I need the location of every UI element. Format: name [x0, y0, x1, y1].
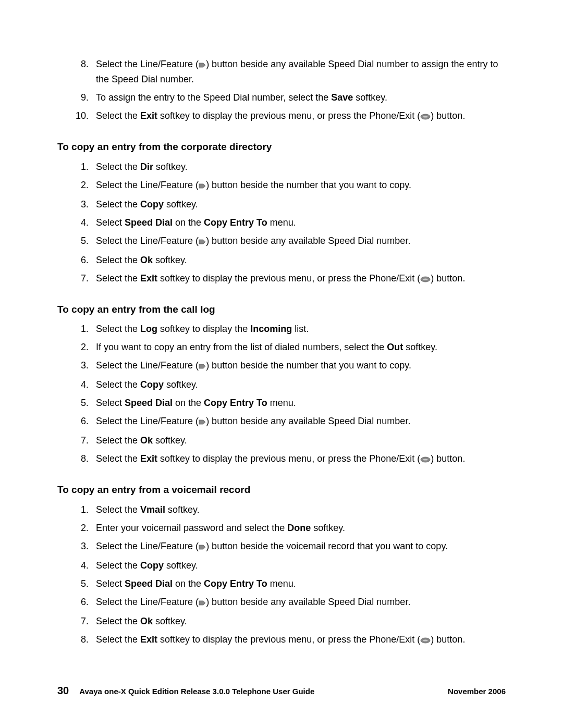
- text-run: softkey to display the previous menu, or…: [157, 110, 420, 121]
- text-run: softkey.: [153, 616, 187, 626]
- text-run: softkey.: [153, 255, 187, 265]
- text-run: softkey.: [153, 435, 187, 446]
- page-number: 30: [57, 685, 69, 697]
- list-item-text: Select the Exit softkey to display the p…: [96, 452, 506, 467]
- text-run: ) button.: [431, 273, 465, 283]
- text-run: Enter your voicemail password and select…: [96, 523, 287, 533]
- text-run: ) button beside the number that you want…: [206, 180, 411, 190]
- text-run: Select the: [96, 324, 140, 334]
- footer-date: November 2006: [448, 687, 506, 696]
- list-item-number: 7.: [57, 272, 96, 286]
- list-item: 3.Select the Line/Feature () button besi…: [57, 539, 506, 554]
- bold-text: Speed Dial: [125, 217, 173, 228]
- list-item-number: 3.: [57, 198, 96, 212]
- list-item-number: 8.: [57, 633, 96, 647]
- text-run: on the: [173, 217, 204, 228]
- line-feature-icon: [199, 540, 206, 554]
- text-run: softkey.: [353, 92, 387, 103]
- phone-exit-icon: [420, 273, 431, 287]
- list-item-text: Select the Vmail softkey.: [96, 503, 506, 517]
- line-feature-icon: [199, 596, 206, 610]
- text-run: Select the: [96, 273, 140, 283]
- list-item: 8.Select the Exit softkey to display the…: [57, 452, 506, 467]
- list-item-number: 4.: [57, 378, 96, 392]
- text-run: softkey.: [164, 379, 198, 390]
- ordered-list: 8.Select the Line/Feature () button besi…: [57, 57, 506, 124]
- list-item: 3.Select the Copy softkey.: [57, 198, 506, 212]
- list-item-text: If you want to copy an entry from the li…: [96, 340, 506, 354]
- list-item-number: 2.: [57, 340, 96, 354]
- text-run: Select: [96, 398, 125, 408]
- text-run: Select the: [96, 255, 140, 265]
- list-item-number: 6.: [57, 595, 96, 609]
- list-item-number: 3.: [57, 359, 96, 373]
- list-item: 5.Select Speed Dial on the Copy Entry To…: [57, 577, 506, 591]
- footer-title: Avaya one-X Quick Edition Release 3.0.0 …: [79, 687, 448, 696]
- text-run: Select: [96, 578, 125, 589]
- list-item: 1.Select the Vmail softkey.: [57, 503, 506, 517]
- list-item: 4.Select the Copy softkey.: [57, 559, 506, 573]
- text-run: softkey to display the previous menu, or…: [157, 634, 420, 645]
- list-item: 7.Select the Ok softkey.: [57, 434, 506, 448]
- text-run: softkey.: [164, 560, 198, 571]
- list-item-text: Select the Line/Feature () button beside…: [96, 178, 506, 193]
- line-feature-icon: [199, 58, 206, 72]
- list-item: 4.Select the Copy softkey.: [57, 378, 506, 392]
- list-item: 1.Select the Dir softkey.: [57, 160, 506, 174]
- bold-text: Copy Entry To: [204, 578, 267, 589]
- bold-text: Copy: [140, 379, 164, 390]
- text-run: softkey.: [403, 342, 437, 352]
- list-item: 6.Select the Line/Feature () button besi…: [57, 595, 506, 610]
- text-run: ) button beside any available Speed Dial…: [206, 597, 410, 607]
- bold-text: Exit: [140, 273, 157, 283]
- text-run: ) button.: [431, 453, 465, 464]
- bold-text: Dir: [140, 162, 153, 172]
- list-item-text: Select the Ok softkey.: [96, 614, 506, 628]
- page-content: 8.Select the Line/Feature () button besi…: [57, 57, 506, 648]
- list-item: 7.Select the Ok softkey.: [57, 614, 506, 628]
- text-run: Select the Line/Feature (: [96, 360, 199, 371]
- list-item-text: Select the Line/Feature () button beside…: [96, 595, 506, 610]
- text-run: Select the Line/Feature (: [96, 416, 199, 426]
- list-item-number: 10.: [57, 109, 96, 123]
- list-item: 5.Select Speed Dial on the Copy Entry To…: [57, 396, 506, 410]
- bold-text: Speed Dial: [125, 578, 173, 589]
- list-item: 4.Select Speed Dial on the Copy Entry To…: [57, 216, 506, 230]
- list-item-text: Select the Copy softkey.: [96, 559, 506, 573]
- list-item-number: 8.: [57, 452, 96, 466]
- list-item-text: Select Speed Dial on the Copy Entry To m…: [96, 396, 506, 410]
- line-feature-icon: [199, 415, 206, 429]
- list-item: 2.Enter your voicemail password and sele…: [57, 521, 506, 535]
- document-page: 8.Select the Line/Feature () button besi…: [0, 0, 563, 728]
- list-item-text: Select Speed Dial on the Copy Entry To m…: [96, 577, 506, 591]
- text-run: ) button beside the voicemail record tha…: [206, 541, 448, 551]
- list-item: 9.To assign the entry to the Speed Dial …: [57, 91, 506, 105]
- list-item-text: Select the Line/Feature () button beside…: [96, 359, 506, 374]
- text-run: list.: [292, 324, 309, 334]
- svg-point-1: [423, 116, 428, 117]
- text-run: on the: [173, 398, 204, 408]
- text-run: softkey to display the previous menu, or…: [157, 273, 420, 283]
- section-heading: To copy an entry from a voicemail record: [57, 483, 506, 498]
- list-item-number: 5.: [57, 577, 96, 591]
- list-item-text: Select Speed Dial on the Copy Entry To m…: [96, 216, 506, 230]
- list-item-text: To assign the entry to the Speed Dial nu…: [96, 91, 506, 105]
- line-feature-icon: [199, 179, 206, 193]
- list-item: 7.Select the Exit softkey to display the…: [57, 272, 506, 287]
- list-item-number: 5.: [57, 234, 96, 248]
- list-item-text: Select the Ok softkey.: [96, 434, 506, 448]
- list-item-number: 5.: [57, 396, 96, 410]
- list-item: 6.Select the Ok softkey.: [57, 253, 506, 267]
- list-item: 3.Select the Line/Feature () button besi…: [57, 359, 506, 374]
- text-run: Select the: [96, 634, 140, 645]
- list-item-number: 7.: [57, 434, 96, 448]
- list-item: 6.Select the Line/Feature () button besi…: [57, 414, 506, 429]
- bold-text: Exit: [140, 453, 157, 464]
- text-run: softkey.: [311, 523, 345, 533]
- svg-point-3: [423, 278, 428, 280]
- bold-text: Out: [387, 342, 403, 352]
- list-item: 8.Select the Exit softkey to display the…: [57, 633, 506, 648]
- list-item-number: 2.: [57, 178, 96, 192]
- text-run: Select the: [96, 560, 140, 571]
- text-run: Select the: [96, 504, 140, 515]
